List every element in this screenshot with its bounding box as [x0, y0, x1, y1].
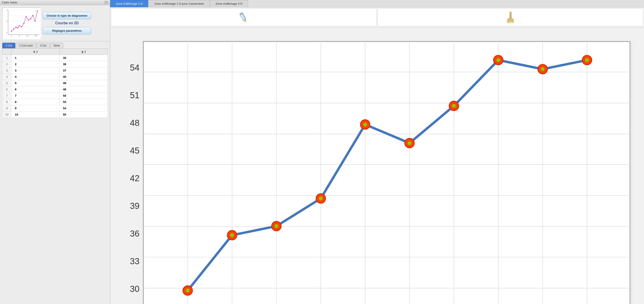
chart-display-area: 27 30 33 36 39 42 45 48 51 54 1 2 3 4 5 … [110, 28, 644, 304]
row-num: 6 [2, 86, 12, 93]
data-point-inner-2 [230, 233, 234, 237]
svg-point-21 [24, 23, 24, 24]
svg-point-23 [28, 20, 29, 21]
y-value[interactable]: 50 [60, 93, 108, 99]
row-num: 5 [2, 80, 12, 86]
toolbar [110, 8, 644, 28]
data-point-inner-9 [541, 67, 544, 71]
table-row: 5 5 48 [2, 80, 108, 86]
data-point-inner-3 [274, 224, 278, 228]
x-value[interactable]: 6 [12, 86, 60, 93]
display-tab-bar: Zone d'affichage 2 D Zone d'affichage 2 … [110, 0, 644, 8]
y-value[interactable]: 37 [60, 68, 108, 74]
pencil-button[interactable] [111, 8, 377, 26]
x-value[interactable]: 10 [12, 112, 60, 118]
broom-button[interactable] [378, 8, 643, 26]
right-panel: Zone d'affichage 2 D Zone d'affichage 2 … [110, 0, 644, 304]
svg-point-20 [21, 26, 22, 28]
main-chart: 27 30 33 36 39 42 45 48 51 54 1 2 3 4 5 … [115, 32, 640, 304]
y-label-51: 51 [130, 90, 140, 100]
broom-icon [505, 11, 516, 24]
y-value[interactable]: 55 [60, 112, 108, 118]
table-row: 4 4 40 [2, 74, 108, 80]
y-value[interactable]: 30 [60, 55, 108, 61]
y-label-54: 54 [130, 63, 140, 72]
data-point-inner-1 [186, 289, 190, 292]
curve-type-label: Courbe en 2D [43, 21, 91, 25]
svg-point-24 [30, 18, 31, 20]
close-button[interactable]: □ [104, 1, 108, 4]
y-label-48: 48 [130, 118, 140, 128]
left-panel: Cadre Saisie □ 5 3 1 1 5 [0, 0, 110, 304]
data-table: x_i y_i 1 1 30 2 2 36 3 3 37 4 4 40 5 5 … [2, 48, 108, 118]
y-label-39: 39 [130, 201, 140, 211]
pencil-icon [238, 11, 250, 24]
svg-text:11: 11 [26, 35, 28, 37]
svg-text:1: 1 [6, 32, 8, 34]
tab-2col-color[interactable]: 2 Col+color [16, 43, 36, 48]
tab-pie-display[interactable]: Zone d'affichage 2 D pour Camembert [149, 0, 209, 7]
panel-title: Cadre Saisie [2, 1, 17, 4]
svg-text:5: 5 [6, 9, 8, 11]
settings-button[interactable]: Réglages paramètres [43, 27, 91, 34]
table-row: 6 6 46 [2, 86, 108, 93]
y-label-45: 45 [130, 146, 140, 155]
table-body: 1 1 30 2 2 36 3 3 37 4 4 40 5 5 48 6 6 4… [2, 55, 108, 118]
x-value[interactable]: 1 [12, 55, 60, 61]
title-bar: Cadre Saisie □ [0, 0, 110, 5]
row-num: 1 [2, 55, 12, 61]
table-row: 8 8 55 [2, 99, 108, 105]
row-num: 9 [2, 105, 12, 112]
x-value[interactable]: 7 [12, 93, 60, 99]
svg-text:5: 5 [19, 35, 20, 37]
y-label-30: 30 [130, 284, 140, 294]
x-value[interactable]: 9 [12, 105, 60, 112]
svg-line-34 [507, 20, 508, 23]
x-value[interactable]: 4 [12, 74, 60, 80]
y-label-42: 42 [130, 173, 140, 183]
table-row: 1 1 30 [2, 55, 108, 61]
col-num-header [2, 48, 12, 55]
col-y-header: y_i [60, 48, 108, 55]
svg-line-40 [513, 20, 514, 23]
tab-3col[interactable]: 3 Col [37, 43, 50, 48]
x-value[interactable]: 8 [12, 99, 60, 105]
y-label-36: 36 [130, 229, 140, 238]
svg-point-22 [26, 16, 27, 17]
y-value[interactable]: 46 [60, 86, 108, 93]
row-num: 10 [2, 112, 12, 118]
x-value[interactable]: 3 [12, 68, 60, 74]
chart-controls: Choisir le type de diagramme Courbe en 2… [43, 8, 91, 39]
tab-serie[interactable]: Série [50, 43, 63, 48]
tab-2col[interactable]: 2 Col [2, 43, 15, 48]
top-area: 5 3 1 1 5 11 20 [0, 5, 110, 41]
tab-3d-display[interactable]: Zone d'affichage 3 D [210, 0, 248, 7]
table-row: 2 2 36 [2, 61, 108, 68]
data-point-inner-5 [363, 122, 367, 126]
svg-point-15 [11, 31, 12, 32]
choose-diagram-button[interactable]: Choisir le type de diagramme [43, 12, 91, 19]
data-point-inner-10 [585, 58, 589, 62]
data-tab-bar: 2 Col 2 Col+color 3 Col Série [0, 41, 110, 48]
tab-2d-display[interactable]: Zone d'affichage 2 D [110, 0, 148, 7]
y-value[interactable]: 48 [60, 80, 108, 86]
y-value[interactable]: 40 [60, 74, 108, 80]
x-value[interactable]: 2 [12, 61, 60, 68]
y-value[interactable]: 54 [60, 105, 108, 112]
data-point-inner-6 [408, 141, 412, 145]
col-x-header: x_i [12, 48, 60, 55]
row-num: 7 [2, 93, 12, 99]
mini-chart-preview: 5 3 1 1 5 11 20 [2, 8, 40, 39]
row-num: 8 [2, 99, 12, 105]
svg-text:20: 20 [35, 35, 37, 37]
svg-point-26 [35, 21, 36, 22]
mini-chart-svg: 5 3 1 1 5 11 20 [2, 8, 41, 39]
data-point-inner-8 [496, 58, 500, 62]
x-value[interactable]: 5 [12, 80, 60, 86]
table-row: 7 7 50 [2, 93, 108, 99]
table-row: 9 9 54 [2, 105, 108, 112]
svg-rect-42 [143, 41, 630, 304]
y-value[interactable]: 36 [60, 61, 108, 68]
y-value[interactable]: 55 [60, 99, 108, 105]
svg-point-16 [13, 28, 14, 30]
